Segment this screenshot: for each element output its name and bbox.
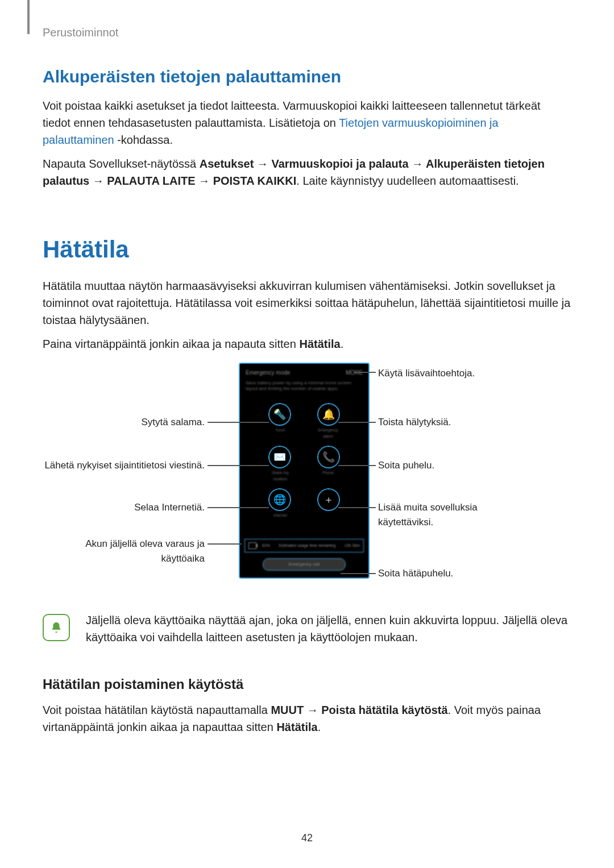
location-icon: ✉️ (269, 446, 291, 468)
bold: Hätätila (276, 721, 317, 733)
alarm-icon: 🔔 (318, 404, 339, 425)
bold: Poista hätätila käytöstä (321, 704, 447, 716)
emergency-p2: Paina virtanäppäintä jonkin aikaa ja nap… (43, 335, 571, 352)
text: Napauta Sovellukset-näytössä (43, 157, 200, 170)
restore-paragraph-1: Voit poistaa kaikki asetukset ja tiedot … (43, 97, 571, 148)
callout-battery: Akun jäljellä oleva varaus ja käyttöaika (43, 537, 205, 566)
text: -kohdassa. (114, 134, 173, 146)
restore-paragraph-2: Napauta Sovellukset-näytössä Asetukset →… (43, 155, 571, 189)
callout-more: Käytä lisävaihtoehtoja. (378, 366, 475, 381)
disable-emergency-p: Voit poistaa hätätilan käytöstä napautta… (43, 701, 571, 736)
text: . Laite käynnistyy uudelleen automaattis… (296, 175, 518, 187)
text: Voit poistaa hätätilan käytöstä napautta… (43, 704, 271, 716)
callout-flash: Sytytä salama. (43, 415, 205, 430)
heading-emergency: Hätätila (43, 231, 571, 267)
bold: MUUT (271, 704, 304, 716)
page-tab (27, 0, 30, 34)
emergency-call-button: Emergency call (263, 558, 346, 571)
text: . (318, 721, 321, 733)
note-box: Jäljellä oleva käyttöaika näyttää ajan, … (43, 612, 571, 646)
page-content: Perustoiminnot Alkuperäisten tietojen pa… (0, 0, 614, 736)
page-number: 42 (0, 832, 614, 844)
internet-icon: 🌐 (269, 489, 291, 510)
callout-emergency: Soita hätäpuhelu. (378, 566, 453, 581)
flashlight-icon: 🔦 (269, 404, 291, 425)
note-text: Jäljellä oleva käyttöaika näyttää ajan, … (86, 612, 571, 646)
callout-alarm: Toista hälytyksiä. (378, 415, 451, 430)
header-section-label: Perustoiminnot (43, 24, 571, 41)
callout-internet: Selaa Internetiä. (43, 500, 205, 515)
battery-icon (248, 542, 256, 549)
phone-mock: Emergency mode MORE Save battery power b… (239, 363, 370, 579)
heading-restore: Alkuperäisten tietojen palauttaminen (43, 64, 571, 89)
callout-add: Lisää muita sovelluksia käytettäviksi. (378, 500, 509, 529)
emergency-diagram: Emergency mode MORE Save battery power b… (43, 363, 571, 596)
callout-location: Lähetä nykyiset sijaintitietosi viestinä… (43, 458, 205, 473)
plus-icon: ＋ (318, 489, 339, 510)
heading-disable-emergency: Hätätilan poistaminen käytöstä (43, 674, 571, 695)
phone-icon: 📞 (318, 446, 339, 468)
phone-desc: Save battery power by using a minimal ho… (240, 380, 368, 397)
text: → (304, 704, 321, 716)
emergency-p1: Hätätila muuttaa näytön harmaasävyiseksi… (43, 277, 571, 329)
callout-call: Soita puhelu. (378, 458, 434, 473)
text: Paina virtanäppäintä jonkin aikaa ja nap… (43, 338, 299, 350)
bold: Hätätila (299, 338, 340, 350)
battery-status-bar: 81% Estimated usage time remaining 13h 3… (244, 539, 364, 553)
note-bell-icon (43, 614, 70, 641)
text: . (341, 338, 344, 350)
